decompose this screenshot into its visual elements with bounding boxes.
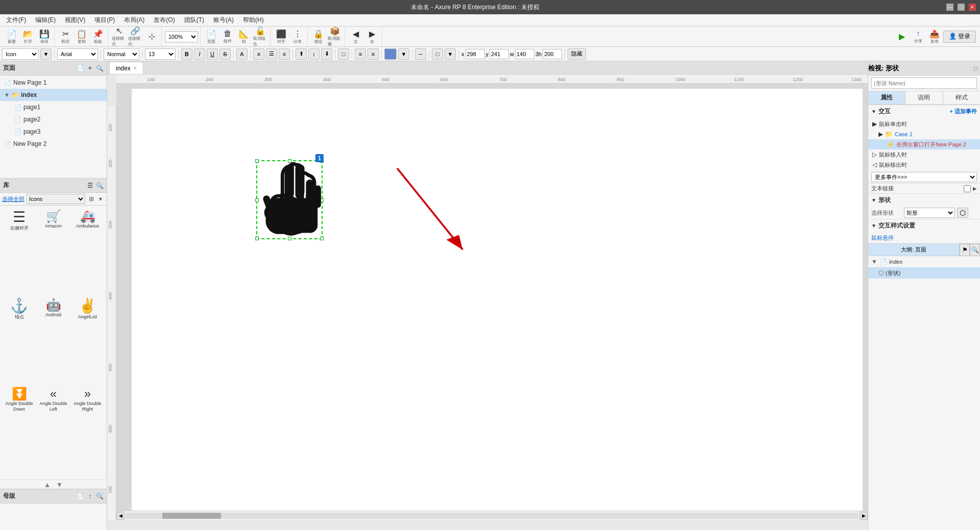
lib-view-icon[interactable]: ⊞ — [87, 195, 95, 203]
valign-top-button[interactable]: ⬆ — [296, 48, 307, 60]
open-file-button[interactable]: 📂 打开 — [20, 28, 36, 45]
add-interaction-link[interactable]: + 适加事件 — [950, 108, 977, 115]
shape-type-select[interactable]: 矩形 圆形 菱形 — [904, 208, 955, 218]
font-size-select[interactable]: 13 — [145, 48, 176, 60]
library-menu-icon[interactable]: ☰ — [86, 182, 94, 190]
outline-tab-layout[interactable]: 大纲: 页面 — [868, 244, 960, 256]
tab-close-button[interactable]: × — [134, 65, 137, 71]
widget-type-select[interactable]: Icon — [2, 48, 39, 60]
page-item-page2[interactable]: 📄 page2 — [0, 113, 107, 125]
shape-icon-btn[interactable]: ⬡ — [957, 208, 968, 218]
lock-button[interactable]: 🔒 锁定 — [311, 28, 326, 45]
distribute-button[interactable]: ⋮ 分布 — [290, 28, 305, 45]
pages-expand-icon[interactable]: 📄 — [76, 64, 84, 72]
master-import-icon[interactable]: ↑ — [86, 492, 94, 500]
page-item-page3[interactable]: 📄 page3 — [0, 125, 107, 138]
select-all-link[interactable]: 选择全部 — [2, 195, 24, 203]
snap-button[interactable]: 📐 组 — [236, 28, 252, 45]
lib-item-align[interactable]: ☰ 右侧对齐 — [2, 208, 36, 296]
lib-scroll-up-icon[interactable]: ▼ — [56, 481, 63, 489]
h-input[interactable] — [543, 49, 562, 59]
paste-button[interactable]: 📌 粘贴 — [90, 28, 106, 45]
page-item-index[interactable]: ▼ 📁 index — [0, 89, 107, 101]
lib-item-ambulance[interactable]: 🚑 Ambulance — [70, 208, 105, 296]
page-item-new-page-2[interactable]: 📄 New Page 2 — [0, 138, 107, 150]
master-add-icon[interactable]: 📄 — [76, 492, 84, 500]
shape-section-header[interactable]: ▼ 形状 — [868, 193, 980, 207]
menu-file[interactable]: 文件(F) — [2, 15, 30, 26]
scroll-thumb[interactable] — [162, 513, 221, 519]
w-input[interactable] — [515, 49, 534, 59]
border-button[interactable]: □ — [338, 48, 349, 60]
library-search-icon[interactable]: 🔍 — [95, 182, 104, 190]
line-style-button[interactable]: ─ — [415, 48, 426, 60]
scroll-track[interactable] — [126, 513, 859, 519]
italic-button[interactable]: I — [194, 48, 205, 60]
menu-view[interactable]: 视图(V) — [61, 15, 89, 26]
pages-search-icon[interactable]: 🔍 — [95, 64, 104, 72]
mouse-over-link[interactable]: 鼠标悬停 — [871, 234, 894, 242]
group-button[interactable]: 📦 取消隐藏 — [327, 28, 342, 45]
close-button[interactable]: ✕ — [969, 4, 976, 11]
canvas-scroll[interactable]: 100 200 300 400 500 600 700 — [107, 84, 868, 530]
text-link-expand-icon[interactable]: ▶ — [973, 186, 977, 191]
lib-item-angellist[interactable]: ✌ AngelList — [70, 296, 105, 385]
move-right-button[interactable]: ▶ 右 — [364, 28, 380, 45]
x-input[interactable] — [465, 49, 485, 59]
text-link-checkbox[interactable] — [964, 185, 971, 192]
menu-layout[interactable]: 布局(A) — [120, 15, 149, 26]
align-center-button[interactable]: ☰ — [266, 48, 277, 60]
font-style-select[interactable]: Normal — [104, 48, 139, 60]
valign-bot-button[interactable]: ⬇ — [321, 48, 332, 60]
tab-index[interactable]: index × — [109, 62, 143, 74]
outline-shape[interactable]: ⬡ (形状) — [868, 267, 980, 279]
scroll-right-btn[interactable]: ▶ — [860, 512, 868, 520]
lib-scroll-down-icon[interactable]: ▲ — [44, 481, 51, 489]
mouse-enter-event[interactable]: ▷ 鼠标移入时 — [868, 149, 980, 160]
lib-item-amazon[interactable]: 🛒 Amazon — [36, 208, 70, 296]
unlink-button[interactable]: 🔓 取消组合 — [253, 28, 268, 45]
align-right-button[interactable]: ≡ — [279, 48, 290, 60]
bold-button[interactable]: B — [181, 48, 192, 60]
align-left-button[interactable]: ≡ — [253, 48, 264, 60]
preview-button[interactable]: ▶ — [894, 28, 910, 45]
outline-index[interactable]: ▼ 📄 index — [868, 256, 980, 267]
publish-button[interactable]: 📤 发布 — [927, 28, 942, 45]
page-item-page1[interactable]: 📄 page1 — [0, 101, 107, 113]
lib-item-angle-double-right[interactable]: » Angle Double Right — [70, 385, 105, 477]
tab-properties[interactable]: 属性 — [868, 91, 905, 104]
open-popup-action[interactable]: ⚡ 在弹出窗口打开New Page 2 — [868, 139, 980, 149]
font-family-select[interactable]: Arial — [57, 48, 98, 60]
crop-button[interactable]: ⊹ — [144, 28, 159, 45]
delete-page-button[interactable]: 🗑 组件 — [220, 28, 235, 45]
select-mode-button[interactable]: ↖ 选择模式 — [111, 28, 127, 45]
lib-item-anchor[interactable]: ⚓ 锚点 — [2, 296, 36, 385]
menu-edit[interactable]: 编辑(E) — [31, 15, 60, 26]
peace-sign-detailed[interactable] — [258, 161, 324, 239]
fill-expand-button[interactable]: ▼ — [398, 48, 409, 60]
widget-type-expand-btn[interactable]: ▼ — [40, 48, 52, 60]
interaction-section-header[interactable]: ▼ 交互 + 适加事件 — [868, 105, 980, 118]
share-button[interactable]: ↑ 分享 — [911, 28, 926, 45]
master-search-icon[interactable]: 🔍 — [95, 492, 104, 500]
lib-item-angle-double-left[interactable]: « Angle Double Left — [36, 385, 70, 477]
minimize-button[interactable]: — — [946, 4, 953, 11]
zoom-select[interactable]: 100% 50% 75% 150% 200% — [165, 31, 198, 42]
lib-sort-icon[interactable]: ▾ — [96, 195, 105, 203]
tab-style[interactable]: 样式 — [943, 91, 980, 104]
copy-button[interactable]: 📋 复制 — [74, 28, 89, 45]
menu-project[interactable]: 项目(P) — [90, 15, 119, 26]
window-controls[interactable]: — □ ✕ — [946, 4, 976, 11]
list2-button[interactable]: ≡ — [368, 48, 379, 60]
save-file-button[interactable]: 💾 保存 — [37, 28, 52, 45]
menu-team[interactable]: 团队(T) — [180, 15, 208, 26]
tab-description[interactable]: 说明 — [905, 91, 943, 104]
move-left-button[interactable]: ◀ 左 — [348, 28, 363, 45]
menu-publish[interactable]: 发布(O) — [150, 15, 179, 26]
fill-button[interactable] — [384, 48, 397, 60]
right-panel-expand-btn[interactable]: □ — [972, 64, 980, 72]
outline-expand-button[interactable]: ▼ — [445, 48, 456, 60]
valign-mid-button[interactable]: ↕ — [308, 48, 320, 60]
pages-add-icon[interactable]: ＋ — [86, 64, 94, 72]
hidden-button[interactable]: 隐藏 — [568, 48, 586, 60]
